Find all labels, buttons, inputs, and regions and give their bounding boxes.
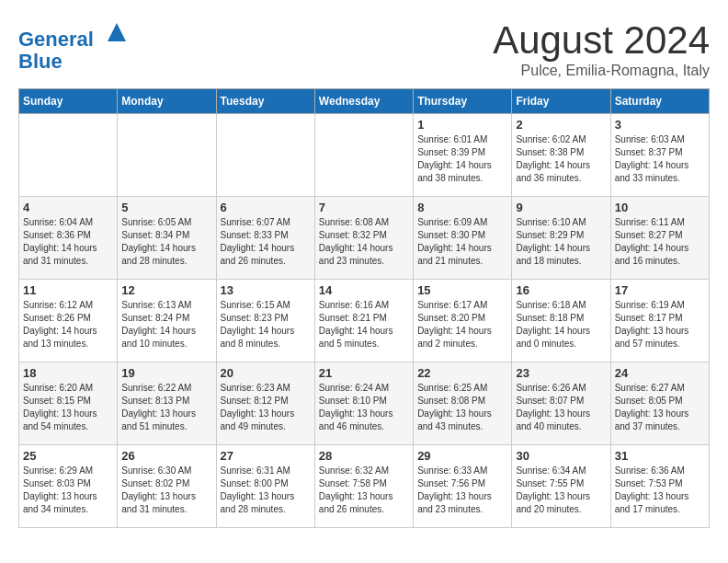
- page-header: General Blue August 2024 Pulce, Emilia-R…: [18, 18, 710, 79]
- day-number: 16: [516, 283, 606, 297]
- day-of-week-header: Sunday: [19, 89, 118, 114]
- day-number: 1: [417, 118, 507, 132]
- day-info: Sunrise: 6:08 AM Sunset: 8:32 PM Dayligh…: [319, 216, 409, 268]
- calendar-day-cell: 9Sunrise: 6:10 AM Sunset: 8:29 PM Daylig…: [512, 197, 610, 280]
- calendar-day-cell: 2Sunrise: 6:02 AM Sunset: 8:38 PM Daylig…: [512, 114, 610, 197]
- logo-blue: Blue: [18, 50, 63, 73]
- day-info: Sunrise: 6:01 AM Sunset: 8:39 PM Dayligh…: [417, 133, 507, 185]
- calendar-day-cell: 25Sunrise: 6:29 AM Sunset: 8:03 PM Dayli…: [19, 445, 118, 528]
- day-number: 3: [615, 118, 705, 132]
- calendar-day-cell: 11Sunrise: 6:12 AM Sunset: 8:26 PM Dayli…: [19, 280, 118, 362]
- title-block: August 2024 Pulce, Emilia-Romagna, Italy: [493, 18, 710, 79]
- day-number: 12: [121, 283, 211, 297]
- day-info: Sunrise: 6:16 AM Sunset: 8:21 PM Dayligh…: [319, 299, 409, 350]
- calendar-week-row: 11Sunrise: 6:12 AM Sunset: 8:26 PM Dayli…: [19, 280, 710, 362]
- day-number: 7: [319, 201, 409, 214]
- calendar-day-cell: 8Sunrise: 6:09 AM Sunset: 8:30 PM Daylig…: [414, 197, 512, 280]
- day-info: Sunrise: 6:19 AM Sunset: 8:17 PM Dayligh…: [615, 299, 705, 350]
- day-info: Sunrise: 6:31 AM Sunset: 8:00 PM Dayligh…: [221, 465, 311, 516]
- calendar-day-cell: [118, 114, 216, 197]
- day-info: Sunrise: 6:36 AM Sunset: 7:53 PM Dayligh…: [615, 465, 705, 516]
- day-number: 24: [615, 366, 705, 380]
- day-info: Sunrise: 6:27 AM Sunset: 8:05 PM Dayligh…: [615, 382, 705, 433]
- calendar-day-cell: 4Sunrise: 6:04 AM Sunset: 8:36 PM Daylig…: [19, 197, 118, 280]
- logo-general: General: [18, 28, 94, 51]
- day-of-week-header: Monday: [118, 89, 216, 114]
- day-info: Sunrise: 6:20 AM Sunset: 8:15 PM Dayligh…: [23, 382, 113, 433]
- calendar-day-cell: 23Sunrise: 6:26 AM Sunset: 8:07 PM Dayli…: [512, 362, 610, 445]
- calendar-week-row: 4Sunrise: 6:04 AM Sunset: 8:36 PM Daylig…: [19, 197, 710, 280]
- calendar-week-row: 1Sunrise: 6:01 AM Sunset: 8:39 PM Daylig…: [19, 114, 710, 197]
- day-info: Sunrise: 6:13 AM Sunset: 8:24 PM Dayligh…: [121, 299, 211, 350]
- day-info: Sunrise: 6:25 AM Sunset: 8:08 PM Dayligh…: [417, 382, 507, 433]
- day-of-week-header: Saturday: [610, 89, 709, 114]
- day-of-week-header: Friday: [512, 89, 610, 114]
- day-of-week-header: Wednesday: [314, 89, 413, 114]
- logo: General Blue: [18, 18, 131, 73]
- day-info: Sunrise: 6:17 AM Sunset: 8:20 PM Dayligh…: [417, 299, 507, 350]
- day-info: Sunrise: 6:33 AM Sunset: 7:56 PM Dayligh…: [417, 465, 507, 516]
- calendar-day-cell: 28Sunrise: 6:32 AM Sunset: 7:58 PM Dayli…: [314, 445, 413, 528]
- day-info: Sunrise: 6:30 AM Sunset: 8:02 PM Dayligh…: [121, 465, 211, 516]
- day-number: 8: [417, 201, 507, 214]
- calendar-day-cell: 20Sunrise: 6:23 AM Sunset: 8:12 PM Dayli…: [216, 362, 314, 445]
- calendar-day-cell: 15Sunrise: 6:17 AM Sunset: 8:20 PM Dayli…: [414, 280, 512, 362]
- calendar-header-row: SundayMondayTuesdayWednesdayThursdayFrid…: [19, 89, 710, 114]
- calendar-day-cell: 3Sunrise: 6:03 AM Sunset: 8:37 PM Daylig…: [610, 114, 709, 197]
- logo-icon: [103, 18, 131, 46]
- calendar-day-cell: 27Sunrise: 6:31 AM Sunset: 8:00 PM Dayli…: [216, 445, 314, 528]
- day-number: 15: [417, 283, 507, 297]
- day-info: Sunrise: 6:15 AM Sunset: 8:23 PM Dayligh…: [221, 299, 311, 350]
- calendar-day-cell: 30Sunrise: 6:34 AM Sunset: 7:55 PM Dayli…: [512, 445, 610, 528]
- day-info: Sunrise: 6:03 AM Sunset: 8:37 PM Dayligh…: [615, 133, 705, 185]
- day-number: 26: [121, 449, 211, 463]
- day-number: 25: [23, 449, 113, 463]
- day-number: 14: [319, 283, 409, 297]
- calendar-day-cell: 14Sunrise: 6:16 AM Sunset: 8:21 PM Dayli…: [314, 280, 413, 362]
- day-number: 17: [615, 283, 705, 297]
- calendar-day-cell: 18Sunrise: 6:20 AM Sunset: 8:15 PM Dayli…: [19, 362, 118, 445]
- day-number: 29: [417, 449, 507, 463]
- day-number: 20: [221, 366, 311, 380]
- calendar-table: SundayMondayTuesdayWednesdayThursdayFrid…: [18, 88, 710, 528]
- day-number: 31: [615, 449, 705, 463]
- day-info: Sunrise: 6:11 AM Sunset: 8:27 PM Dayligh…: [615, 216, 705, 268]
- day-number: 5: [121, 201, 211, 214]
- day-number: 4: [23, 201, 113, 214]
- day-info: Sunrise: 6:32 AM Sunset: 7:58 PM Dayligh…: [319, 465, 409, 516]
- calendar-day-cell: 5Sunrise: 6:05 AM Sunset: 8:34 PM Daylig…: [118, 197, 216, 280]
- day-info: Sunrise: 6:29 AM Sunset: 8:03 PM Dayligh…: [23, 465, 113, 516]
- calendar-day-cell: 6Sunrise: 6:07 AM Sunset: 8:33 PM Daylig…: [216, 197, 314, 280]
- day-info: Sunrise: 6:22 AM Sunset: 8:13 PM Dayligh…: [121, 382, 211, 433]
- calendar-day-cell: 7Sunrise: 6:08 AM Sunset: 8:32 PM Daylig…: [314, 197, 413, 280]
- calendar-day-cell: 1Sunrise: 6:01 AM Sunset: 8:39 PM Daylig…: [414, 114, 512, 197]
- day-info: Sunrise: 6:18 AM Sunset: 8:18 PM Dayligh…: [516, 299, 606, 350]
- day-number: 10: [615, 201, 705, 214]
- day-info: Sunrise: 6:23 AM Sunset: 8:12 PM Dayligh…: [221, 382, 311, 433]
- month-title: August 2024: [493, 18, 710, 63]
- day-of-week-header: Thursday: [414, 89, 512, 114]
- day-number: 2: [516, 118, 606, 132]
- calendar-day-cell: 29Sunrise: 6:33 AM Sunset: 7:56 PM Dayli…: [414, 445, 512, 528]
- day-info: Sunrise: 6:34 AM Sunset: 7:55 PM Dayligh…: [516, 465, 606, 516]
- calendar-day-cell: 16Sunrise: 6:18 AM Sunset: 8:18 PM Dayli…: [512, 280, 610, 362]
- day-info: Sunrise: 6:02 AM Sunset: 8:38 PM Dayligh…: [516, 133, 606, 185]
- day-number: 18: [23, 366, 113, 380]
- day-info: Sunrise: 6:26 AM Sunset: 8:07 PM Dayligh…: [516, 382, 606, 433]
- calendar-day-cell: 13Sunrise: 6:15 AM Sunset: 8:23 PM Dayli…: [216, 280, 314, 362]
- day-number: 21: [319, 366, 409, 380]
- calendar-day-cell: [216, 114, 314, 197]
- svg-marker-0: [108, 23, 126, 41]
- day-number: 28: [319, 449, 409, 463]
- calendar-day-cell: 19Sunrise: 6:22 AM Sunset: 8:13 PM Dayli…: [118, 362, 216, 445]
- day-number: 19: [121, 366, 211, 380]
- day-number: 13: [221, 283, 311, 297]
- calendar-day-cell: 21Sunrise: 6:24 AM Sunset: 8:10 PM Dayli…: [314, 362, 413, 445]
- calendar-day-cell: 17Sunrise: 6:19 AM Sunset: 8:17 PM Dayli…: [610, 280, 709, 362]
- calendar-day-cell: [314, 114, 413, 197]
- calendar-day-cell: 31Sunrise: 6:36 AM Sunset: 7:53 PM Dayli…: [610, 445, 709, 528]
- day-info: Sunrise: 6:09 AM Sunset: 8:30 PM Dayligh…: [417, 216, 507, 268]
- calendar-day-cell: 12Sunrise: 6:13 AM Sunset: 8:24 PM Dayli…: [118, 280, 216, 362]
- day-of-week-header: Tuesday: [216, 89, 314, 114]
- day-info: Sunrise: 6:10 AM Sunset: 8:29 PM Dayligh…: [516, 216, 606, 268]
